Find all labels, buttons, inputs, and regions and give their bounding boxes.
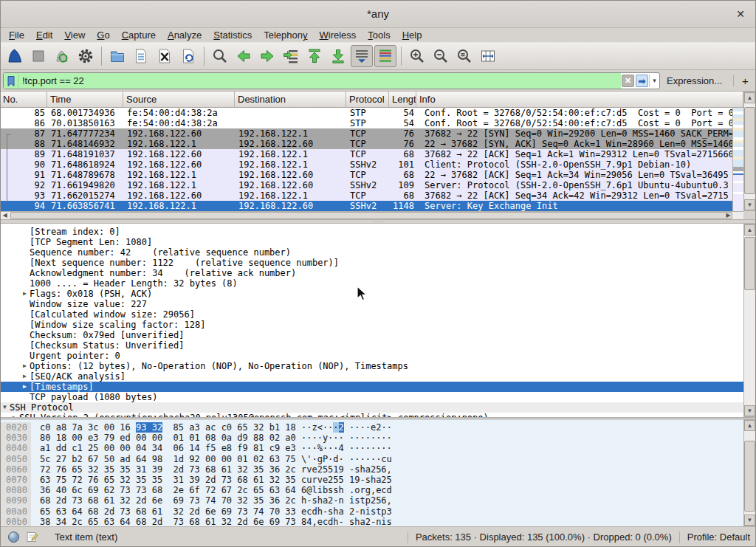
close-button[interactable]: ✕ [734, 7, 747, 21]
go-back-button[interactable] [233, 45, 255, 67]
start-capture-button[interactable] [4, 45, 26, 67]
detail-tree-item[interactable]: ▶[Timestamps] [0, 382, 743, 392]
details-vscrollbar[interactable]: ▲ ▼ [743, 224, 756, 417]
detail-tree-item[interactable]: Urgent pointer: 0 [0, 351, 743, 361]
scroll-up-arrow[interactable]: ▲ [744, 224, 755, 235]
menu-item[interactable]: Telephony [258, 28, 313, 42]
column-header-source[interactable]: Source [123, 92, 235, 107]
resize-columns-button[interactable] [477, 45, 499, 67]
detail-tree-item[interactable]: ▶Flags: 0x018 (PSH, ACK) [0, 289, 743, 299]
go-to-packet-button[interactable] [280, 45, 302, 67]
auto-scroll-button[interactable] [351, 45, 373, 67]
detail-tree-item[interactable]: [Checksum Status: Unverified] [0, 340, 743, 351]
expert-info-icon[interactable] [7, 531, 20, 543]
packet-row[interactable]: 9271.661949820192.168.122.1192.168.122.6… [0, 180, 732, 190]
packet-row[interactable]: 8568.001734936fe:54:00:d4:38:2aSTP54Conf… [0, 108, 732, 118]
menu-item[interactable]: Capture [116, 28, 162, 42]
detail-tree-item[interactable]: ▼SSH Protocol [0, 402, 743, 413]
hex-row[interactable]: 009068 2d 73 68 61 32 2d 6e 69 73 74 70 … [0, 495, 743, 506]
column-header-protocol[interactable]: Protocol [346, 92, 389, 107]
colorize-button[interactable] [374, 45, 396, 67]
filter-add-button[interactable]: + [742, 75, 749, 87]
bookmark-icon[interactable] [4, 73, 18, 89]
filter-dropdown-caret[interactable]: ▾ [649, 75, 659, 87]
menu-item[interactable]: Tools [362, 28, 396, 42]
menu-item[interactable]: File [3, 28, 30, 42]
menu-item[interactable]: View [58, 28, 91, 42]
detail-tree-item[interactable]: [Window size scaling factor: 128] [0, 320, 743, 330]
hex-row[interactable]: 003080 18 00 e3 79 ed 00 00 01 01 08 0a … [0, 433, 743, 443]
save-file-button[interactable] [130, 45, 152, 67]
scroll-thumb[interactable] [744, 441, 755, 512]
reload-file-button[interactable] [177, 45, 199, 67]
scroll-down-arrow[interactable]: ▼ [744, 405, 755, 416]
restart-capture-button[interactable] [51, 45, 73, 67]
filter-apply-button[interactable]: ➡ [636, 75, 648, 87]
title-bar[interactable]: *any ✕ [0, 0, 756, 28]
hex-row[interactable]: 00a065 63 64 68 2d 73 68 61 32 2d 6e 69 … [0, 506, 743, 517]
column-header-no[interactable]: No. [0, 92, 47, 107]
menu-item[interactable]: Statistics [207, 28, 258, 42]
go-first-button[interactable] [303, 45, 326, 67]
detail-tree-item[interactable]: Checksum: 0x79ed [unverified] [0, 330, 743, 340]
packet-row[interactable]: 9371.662015274192.168.122.60192.168.122.… [0, 190, 732, 201]
stop-capture-button[interactable] [27, 45, 49, 67]
scroll-thumb[interactable] [744, 237, 755, 290]
menu-item[interactable]: Analyze [162, 28, 207, 42]
scroll-left-arrow[interactable]: ◀ [0, 212, 10, 219]
hex-row[interactable]: 00b038 34 2c 65 63 64 68 2d 73 68 61 32 … [0, 517, 743, 526]
open-file-button[interactable] [106, 45, 128, 67]
detail-tree-item[interactable]: Window size value: 227 [0, 299, 743, 309]
scroll-thumb[interactable] [744, 107, 755, 194]
scroll-down-arrow[interactable]: ▼ [744, 199, 755, 210]
hex-row[interactable]: 007063 75 72 76 65 32 35 35 31 39 2d 73 … [0, 475, 743, 485]
detail-tree-item[interactable]: [TCP Segment Len: 1080] [0, 237, 743, 247]
detail-tree-item[interactable]: TCP payload (1080 bytes) [0, 392, 743, 402]
scroll-down-arrow[interactable]: ▼ [744, 515, 755, 526]
zoom-original-button[interactable] [453, 45, 475, 67]
column-header-time[interactable]: Time [47, 92, 123, 107]
menu-item[interactable]: Help [396, 28, 428, 42]
expander-icon[interactable]: ▶ [20, 289, 30, 299]
packet-row[interactable]: 8871.648146932192.168.122.1192.168.122.6… [0, 139, 732, 149]
packet-row[interactable]: 9171.648789678192.168.122.1192.168.122.6… [0, 170, 732, 180]
hex-vscrollbar[interactable]: ▲ ▼ [743, 419, 756, 526]
profile-text[interactable]: Profile: Default [687, 531, 750, 543]
packet-row[interactable]: 8971.648191037192.168.122.60192.168.122.… [0, 149, 732, 159]
expander-icon[interactable]: ▶ [20, 361, 30, 371]
detail-tree-item[interactable]: [Calculated window size: 29056] [0, 309, 743, 320]
find-packet-button[interactable] [209, 45, 231, 67]
scroll-right-arrow[interactable]: ▶ [724, 212, 733, 219]
detail-tree-item[interactable]: ▶Options: (12 bytes), No-Operation (NOP)… [0, 361, 743, 371]
intelligent-scrollbar[interactable] [732, 108, 743, 211]
packet-row[interactable]: 8771.647777234192.168.122.60192.168.122.… [0, 128, 732, 139]
detail-tree-item[interactable]: Acknowledgment number: 34 (relative ack … [0, 268, 743, 278]
packet-row[interactable]: 8670.013850163fe:54:00:d4:38:2aSTP54Conf… [0, 118, 732, 128]
close-file-button[interactable] [154, 45, 176, 67]
zoom-in-button[interactable] [406, 45, 428, 67]
menu-item[interactable]: Go [91, 28, 115, 42]
expander-icon[interactable]: ▼ [0, 402, 10, 413]
go-last-button[interactable] [327, 45, 349, 67]
detail-tree-item[interactable]: [Next sequence number: 1122 (relative se… [0, 258, 743, 268]
expression-button[interactable]: Expression... [667, 75, 722, 86]
zoom-out-button[interactable] [430, 45, 452, 67]
menu-item[interactable]: Edit [30, 28, 58, 42]
detail-tree-item[interactable]: 1000 .... = Header Length: 32 bytes (8) [0, 278, 743, 289]
detail-tree-item[interactable]: Sequence number: 42 (relative sequence n… [0, 247, 743, 258]
packet-row[interactable]: 9071.648618924192.168.122.60192.168.122.… [0, 159, 732, 170]
expander-icon[interactable]: ▶ [20, 371, 30, 382]
go-forward-button[interactable] [256, 45, 278, 67]
scroll-up-arrow[interactable]: ▲ [744, 92, 755, 103]
expander-icon[interactable]: ▶ [20, 382, 30, 392]
detail-tree-item[interactable]: ▶[SEQ/ACK analysis] [0, 371, 743, 382]
capture-comment-icon[interactable] [26, 531, 38, 543]
menu-item[interactable]: Wireless [314, 28, 362, 42]
hex-row[interactable]: 006072 76 65 32 35 35 31 39 2d 73 68 61 … [0, 464, 743, 475]
scroll-up-arrow[interactable]: ▲ [744, 420, 755, 431]
column-header-info[interactable]: Info [416, 92, 743, 107]
hex-row[interactable]: 0020c0 a8 7a 3c 00 16 93 32 85 a3 ac c0 … [0, 422, 743, 433]
detail-tree-item[interactable]: [Stream index: 0] [0, 227, 743, 237]
packet-list-vscrollbar[interactable]: ▲ ▼ [743, 92, 756, 211]
column-header-length[interactable]: Length [389, 92, 416, 107]
